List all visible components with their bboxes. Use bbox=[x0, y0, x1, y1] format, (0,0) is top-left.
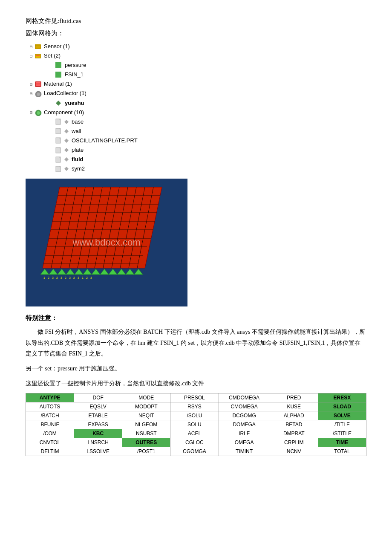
svg-rect-6 bbox=[36, 55, 40, 56]
table-cell: OMEGA bbox=[219, 438, 270, 447]
material-icon bbox=[35, 81, 42, 87]
tree-fluid[interactable]: fluid bbox=[47, 155, 366, 164]
set-label: Set (2) bbox=[44, 51, 61, 61]
tree-set[interactable]: ⊟ Set (2) bbox=[30, 51, 366, 61]
base-page-icon bbox=[55, 119, 61, 125]
tree-component[interactable]: ⊟ Component (10) bbox=[30, 108, 366, 117]
svg-text:2: 2 bbox=[65, 276, 66, 279]
table-cell: CMOMEGA bbox=[219, 402, 270, 411]
table-cell: CGLOC bbox=[170, 438, 219, 447]
fluid-label: fluid bbox=[72, 155, 83, 164]
table-cell: BETAD bbox=[270, 420, 318, 429]
control-table: ANTYPEDOFMODEPRESOLCMDOMEGAPREDERESXAUTO… bbox=[26, 393, 366, 456]
component-icon bbox=[35, 109, 42, 116]
table-cell: CMDOMEGA bbox=[219, 393, 270, 402]
tree-oscplate[interactable]: OSCILLATINGPLATE.PRT bbox=[47, 136, 366, 145]
svg-text:2: 2 bbox=[73, 276, 75, 279]
table-cell: DMPRAT bbox=[270, 429, 318, 438]
expand-component[interactable]: ⊟ bbox=[30, 109, 32, 116]
expand-load[interactable]: ⊟ bbox=[30, 90, 32, 97]
table-cell: DOMEGA bbox=[219, 420, 270, 429]
svg-marker-59 bbox=[75, 269, 83, 275]
svg-marker-20 bbox=[64, 129, 69, 133]
tree-container: ⊞ Sensor (1) ⊟ Set (2) perssure FSIN_1 ⊞ bbox=[30, 42, 366, 173]
table-cell: NLGEOM bbox=[122, 420, 170, 429]
svg-point-14 bbox=[37, 111, 40, 115]
table-cell: CRPLIM bbox=[270, 438, 318, 447]
yueshu-icon bbox=[55, 100, 61, 106]
wall-page-icon bbox=[55, 128, 61, 134]
table-cell: TIME bbox=[318, 438, 366, 447]
svg-marker-23 bbox=[64, 139, 69, 143]
table-cell: /BATCH bbox=[26, 411, 74, 420]
svg-marker-55 bbox=[40, 269, 49, 275]
tree-sym2[interactable]: sym2 bbox=[47, 164, 366, 173]
svg-text:1: 1 bbox=[82, 276, 84, 279]
svg-marker-26 bbox=[64, 148, 69, 152]
perssure-label: perssure bbox=[65, 61, 86, 70]
table-cell: LNSRCH bbox=[74, 438, 122, 447]
table-cell: KUSE bbox=[270, 402, 318, 411]
oscplate-diamond-icon bbox=[64, 138, 69, 143]
tree-perssure[interactable]: perssure bbox=[47, 61, 366, 70]
table-cell: MODE bbox=[122, 393, 170, 402]
table-cell: ALPHAD bbox=[270, 411, 318, 420]
expand-sensor[interactable]: ⊞ bbox=[30, 43, 32, 50]
table-cell: TIMINT bbox=[219, 447, 270, 456]
svg-rect-2 bbox=[35, 45, 40, 49]
set-icon bbox=[35, 52, 42, 59]
table-cell: AUTOTS bbox=[26, 402, 74, 411]
table-cell: TOTAL bbox=[318, 447, 366, 456]
svg-marker-61 bbox=[92, 269, 100, 275]
mesh-label: 固体网格为： bbox=[26, 29, 366, 38]
watermark: www.bdocx.com bbox=[73, 237, 141, 248]
table-cell: ERESX bbox=[318, 393, 366, 402]
svg-marker-60 bbox=[83, 269, 92, 275]
table-cell: NCNV bbox=[270, 447, 318, 456]
component-label: Component (10) bbox=[44, 108, 84, 117]
table-cell: SOLVE bbox=[318, 411, 366, 420]
table-cell: /STITLE bbox=[318, 429, 366, 438]
material-label: Material (1) bbox=[44, 79, 72, 89]
svg-text:2: 2 bbox=[56, 276, 58, 279]
svg-marker-29 bbox=[64, 157, 69, 162]
sym2-label: sym2 bbox=[72, 164, 85, 173]
fluid-diamond-icon bbox=[64, 157, 69, 162]
table-cell: DCGOMG bbox=[219, 411, 270, 420]
tree-material[interactable]: ⊞ Material (1) bbox=[30, 79, 366, 89]
tree-fsin1[interactable]: FSIN_1 bbox=[47, 70, 366, 79]
tree-wall[interactable]: wall bbox=[47, 127, 366, 136]
table-cell: IRLF bbox=[219, 429, 270, 438]
svg-text:3: 3 bbox=[78, 276, 79, 279]
svg-marker-64 bbox=[117, 269, 126, 275]
svg-marker-57 bbox=[58, 269, 66, 275]
table-cell: /POST1 bbox=[122, 447, 170, 456]
table-cell: /COM bbox=[26, 429, 74, 438]
note-title: 特别注意： bbox=[26, 314, 366, 322]
para1: 做 FSI 分析时，ANSYS 固体部分必须在 BATCH 下运行（即将.cdb… bbox=[26, 327, 366, 359]
para3: 这里还设置了一些控制卡片用于分析，当然也可以直接修改.cdb 文件 bbox=[26, 378, 366, 389]
tree-base[interactable]: base bbox=[47, 117, 366, 127]
expand-set[interactable]: ⊟ bbox=[30, 52, 32, 60]
table-cell: ETABLE bbox=[74, 411, 122, 420]
table-cell: PRED bbox=[270, 393, 318, 402]
tree-plate[interactable]: plate bbox=[47, 145, 366, 155]
svg-text:1: 1 bbox=[43, 276, 45, 279]
svg-marker-63 bbox=[109, 269, 117, 275]
svg-marker-66 bbox=[134, 269, 143, 275]
expand-material[interactable]: ⊞ bbox=[30, 81, 32, 88]
table-cell: NSUBST bbox=[122, 429, 170, 438]
fsin1-label: FSIN_1 bbox=[65, 70, 84, 79]
table-cell: ANTYPE bbox=[26, 393, 74, 402]
tree-sensor[interactable]: ⊞ Sensor (1) bbox=[30, 42, 366, 51]
table-cell: SOLU bbox=[170, 420, 219, 429]
wall-label: wall bbox=[72, 127, 81, 136]
sym2-diamond-icon bbox=[64, 166, 69, 171]
table-cell: /TITLE bbox=[318, 420, 366, 429]
table-cell: /SOLU bbox=[170, 411, 219, 420]
tree-loadcollector[interactable]: ⊟ LoadCollector (1) bbox=[30, 89, 366, 98]
tree-yueshu[interactable]: yueshu bbox=[47, 98, 366, 108]
table-cell: PRESOL bbox=[170, 393, 219, 402]
load-label: LoadCollector (1) bbox=[44, 89, 86, 98]
svg-marker-12 bbox=[56, 101, 61, 106]
